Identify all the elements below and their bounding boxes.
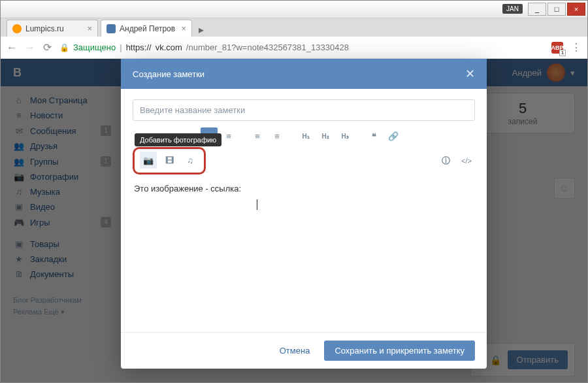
page-content: B Андрей ▾ ⌂Моя Страница ≡Новости ✉Сообщ… (0, 59, 588, 383)
note-editor[interactable]: Это изображение - ссылка: (133, 178, 475, 322)
nav-forward-button[interactable]: → (25, 42, 35, 54)
favicon-vk (106, 24, 116, 33)
h1-button[interactable]: H₁ (297, 127, 314, 144)
tab-label: Андрей Петров (120, 24, 175, 33)
tab-vk-profile[interactable]: Андрей Петров × (101, 20, 192, 37)
ordered-list-button[interactable]: ≡ (249, 127, 266, 144)
modal-body: B I ≡ ≡ ≡ ≡ ≡ H₁ H₂ H₃ ❝ 🔗 Добавить фото… (121, 89, 487, 332)
add-photo-button[interactable]: 📷 (140, 152, 157, 169)
tab-lumpics[interactable]: Lumpics.ru × (7, 20, 98, 37)
save-attach-button[interactable]: Сохранить и прикрепить заметку (324, 341, 475, 361)
nav-reload-button[interactable]: ⟳ (43, 41, 52, 54)
url-path: /number_81?w=note432567381_13330428 (186, 42, 349, 52)
media-buttons-highlighted: Добавить фотографию 📷 🎞 ♫ (133, 147, 206, 175)
modal-title: Создание заметки (133, 69, 204, 79)
add-photo-tooltip: Добавить фотографию (135, 133, 221, 146)
new-tab-button[interactable]: ▸ (195, 24, 208, 37)
address-bar: ← → ⟳ 🔒 Защищено | https://vk.com/number… (0, 37, 588, 59)
extension-abp-icon[interactable]: ABP 1 (551, 42, 563, 54)
extension-badge: 1 (559, 50, 566, 56)
tab-close-icon[interactable]: × (176, 24, 186, 33)
editor-content: Это изображение - ссылка: (134, 184, 241, 193)
add-video-button[interactable]: 🎞 (161, 152, 178, 169)
secure-label: Защищено (73, 42, 116, 52)
h3-button[interactable]: H₃ (336, 127, 353, 144)
browser-menu-button[interactable]: ⋮ (571, 41, 581, 54)
add-audio-button[interactable]: ♫ (182, 152, 199, 169)
unordered-list-button[interactable]: ≡ (269, 127, 286, 144)
window-titlebar: JAN _ □ × (0, 0, 588, 18)
cancel-button[interactable]: Отмена (272, 341, 318, 361)
tab-close-icon[interactable]: × (82, 24, 92, 33)
code-button[interactable]: </> (458, 152, 475, 169)
lock-icon: 🔒 (59, 43, 69, 52)
link-button[interactable]: 🔗 (385, 127, 402, 144)
window-maximize-button[interactable]: □ (547, 3, 566, 16)
note-title-input[interactable] (133, 99, 475, 121)
browser-tabstrip: Lumpics.ru × Андрей Петров × ▸ (0, 18, 588, 37)
url-proto: https:// (126, 42, 152, 52)
url-host: vk.com (155, 42, 182, 52)
nav-back-button[interactable]: ← (7, 42, 17, 54)
text-cursor (257, 199, 257, 210)
tab-label: Lumpics.ru (25, 24, 64, 33)
window-minimize-button[interactable]: _ (528, 3, 546, 16)
os-user-badge: JAN (502, 4, 523, 14)
create-note-modal: Создание заметки ✕ B I ≡ ≡ ≡ ≡ ≡ H₁ H₂ H… (121, 59, 487, 369)
editor-toolbar: B I ≡ ≡ ≡ ≡ ≡ H₁ H₂ H₃ ❝ 🔗 Добавить фото… (133, 121, 475, 178)
favicon-lumpics (12, 24, 22, 33)
url-field[interactable]: 🔒 Защищено | https://vk.com/number_81?w=… (59, 42, 544, 52)
h2-button[interactable]: H₂ (317, 127, 334, 144)
info-button[interactable]: ⓘ (437, 152, 454, 169)
window-close-button[interactable]: × (567, 3, 585, 16)
modal-footer: Отмена Сохранить и прикрепить заметку (121, 332, 487, 369)
modal-header: Создание заметки ✕ (121, 59, 487, 89)
align-right-button[interactable]: ≡ (220, 127, 237, 144)
modal-close-button[interactable]: ✕ (465, 67, 475, 81)
quote-button[interactable]: ❝ (365, 127, 382, 144)
